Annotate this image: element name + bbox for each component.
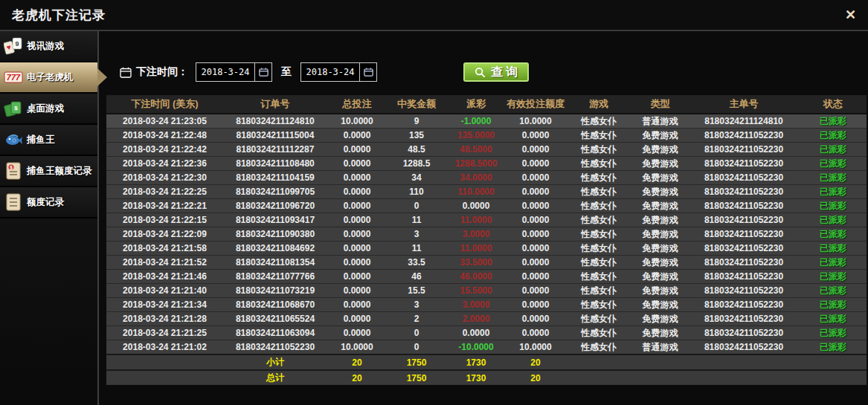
cell-type: 免费游戏	[632, 143, 688, 157]
cell-type: 免费游戏	[632, 312, 688, 326]
cell-total-bet: 0.0000	[327, 242, 387, 256]
cell-valid-bet: 10.0000	[506, 114, 565, 129]
sidebar: ♥ 9 视讯游戏 777 电子老虎机 $	[0, 31, 99, 405]
sidebar-item-slots[interactable]: 777 电子老虎机	[0, 62, 97, 94]
table-games-icon: $	[4, 99, 23, 118]
cell-type: 普通游戏	[632, 114, 688, 129]
svg-text:777: 777	[7, 73, 21, 82]
sidebar-item-fishing-king[interactable]: 捕鱼王	[0, 125, 97, 156]
cell-status: 已派彩	[800, 185, 867, 199]
cell-empty	[800, 370, 867, 385]
filter-bar: 下注时间： 至	[120, 61, 529, 83]
svg-text:$: $	[10, 165, 13, 171]
cell-empty	[688, 354, 800, 370]
sidebar-item-fishing-quota-records[interactable]: $ 捕鱼王额度记录	[0, 156, 97, 187]
sidebar-item-quota-records[interactable]: 额度记录	[0, 187, 97, 218]
date-from-picker-button[interactable]	[254, 63, 271, 81]
search-button-label: 查 询	[491, 65, 518, 80]
cell-win-amount: 3	[387, 227, 446, 242]
table-row: 2018-03-24 21:21:2881803242110655240.000…	[106, 312, 867, 326]
sidebar-item-label: 桌面游戏	[27, 103, 64, 115]
column-header: 总投注	[327, 95, 387, 114]
sidebar-item-video-games[interactable]: ♥ 9 视讯游戏	[0, 31, 97, 62]
cell-order-no: 8180324211081354	[223, 256, 327, 270]
cell-game: 性感女仆	[565, 326, 632, 340]
cell-payout: 11.0000	[446, 242, 506, 256]
cell-payout: 3.0000	[446, 298, 506, 312]
table-row: 2018-03-24 21:21:5281803242110813540.000…	[106, 256, 867, 270]
cell-type: 免费游戏	[632, 326, 688, 340]
summary-row: 总计201750173020	[106, 370, 867, 385]
cell-win-amount: 3	[387, 298, 446, 312]
cell-order-no: 8180324211065524	[223, 312, 327, 326]
cell-game: 性感女仆	[565, 185, 632, 199]
cell-status: 已派彩	[800, 227, 867, 242]
cell-empty	[106, 370, 223, 385]
cell-bet-time: 2018-03-24 21:21:25	[106, 326, 223, 340]
cell-payout: 3.0000	[446, 227, 506, 242]
close-icon[interactable]: ✕	[845, 8, 856, 22]
cell-game: 性感女仆	[565, 213, 632, 227]
cell-payout: 1288.5000	[446, 157, 506, 171]
cell-game: 性感女仆	[565, 242, 632, 256]
column-header: 类型	[632, 95, 688, 114]
titlebar: 老虎机下注记录 ✕	[0, 0, 868, 31]
cell-valid-bet: 10.0000	[506, 340, 565, 355]
cell-master-no: 8180324211052230	[688, 213, 800, 227]
date-to-input[interactable]	[301, 63, 359, 81]
cell-status: 已派彩	[800, 199, 867, 213]
cell-order-no: 8180324211112287	[223, 143, 327, 157]
summary-label: 小计	[223, 354, 327, 370]
cell-order-no: 8180324211068670	[223, 298, 327, 312]
cell-type: 免费游戏	[632, 284, 688, 298]
cell-bet-time: 2018-03-24 21:22:21	[106, 199, 223, 213]
cell-valid-bet: 0.0000	[506, 171, 565, 185]
column-header: 有效投注额度	[506, 95, 565, 114]
cell-bet-time: 2018-03-24 21:22:30	[106, 171, 223, 185]
cell-master-no: 8180324211052230	[688, 185, 800, 199]
slots-777-icon: 777	[4, 68, 23, 87]
cell-order-no: 8180324211073219	[223, 284, 327, 298]
table-row: 2018-03-24 21:21:4081803242110732190.000…	[106, 284, 867, 298]
date-to-box	[300, 62, 377, 82]
cell-game: 性感女仆	[565, 129, 632, 143]
table-row: 2018-03-24 21:21:02818032421105223010.00…	[106, 340, 867, 355]
cell-win-amount: 34	[387, 171, 446, 185]
cell-valid-bet: 0.0000	[506, 157, 565, 171]
cell-bet-time: 2018-03-24 21:21:02	[106, 340, 223, 355]
doc-money-icon: $	[4, 161, 23, 181]
cell-total-bet: 0.0000	[327, 284, 387, 298]
cell-bet-time: 2018-03-24 21:21:46	[106, 270, 223, 284]
cell-game: 性感女仆	[565, 143, 632, 157]
cell-empty	[632, 354, 688, 370]
cell-win-amount: 11	[387, 242, 446, 256]
cell-order-no: 8180324211077766	[223, 270, 327, 284]
cell-empty	[800, 354, 867, 370]
cell-status: 已派彩	[800, 340, 867, 355]
cell-empty	[632, 370, 688, 385]
date-from-input[interactable]	[196, 63, 254, 81]
cell-total-bet: 0.0000	[327, 312, 387, 326]
cell-bet-time: 2018-03-24 21:22:36	[106, 157, 223, 171]
cell-order-no: 8180324211090380	[223, 227, 327, 242]
cell-win-amount: 15.5	[387, 284, 446, 298]
table-row: 2018-03-24 21:21:3481803242110686700.000…	[106, 298, 867, 312]
cell-payout: -1.0000	[446, 114, 506, 129]
page-title: 老虎机下注记录	[12, 7, 106, 24]
svg-text:9: 9	[15, 40, 19, 48]
cell-win-amount: 0	[387, 199, 446, 213]
search-button[interactable]: 查 询	[463, 62, 529, 82]
summary-label: 总计	[223, 370, 327, 385]
column-header: 状态	[800, 95, 867, 114]
summary-win-amount: 1750	[387, 354, 446, 370]
cell-payout: 15.5000	[446, 284, 506, 298]
cell-total-bet: 0.0000	[327, 213, 387, 227]
cell-master-no: 8180324211052230	[688, 312, 800, 326]
date-to-picker-button[interactable]	[359, 63, 376, 81]
sidebar-item-table-games[interactable]: $ 桌面游戏	[0, 94, 97, 125]
cell-type: 普通游戏	[632, 340, 688, 355]
cell-game: 性感女仆	[565, 227, 632, 242]
to-label: 至	[281, 65, 292, 79]
cell-game: 性感女仆	[565, 340, 632, 355]
cell-type: 免费游戏	[632, 213, 688, 227]
